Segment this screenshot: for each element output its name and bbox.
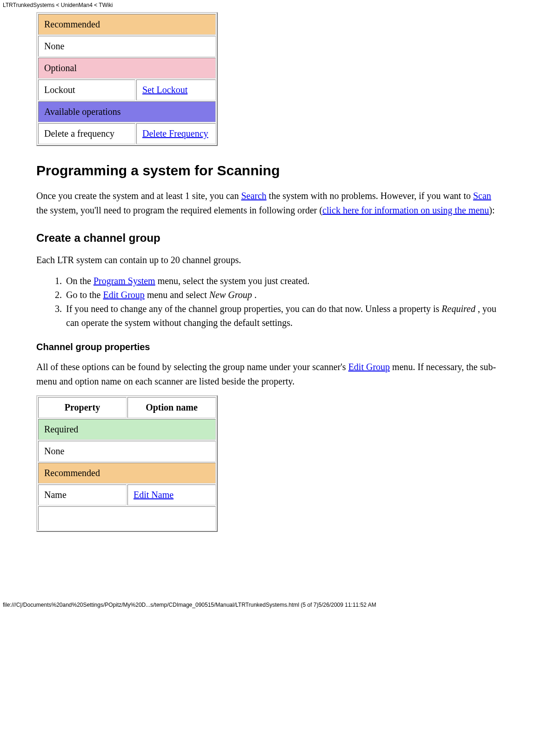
section-header-available: Available operations xyxy=(38,101,216,122)
search-link[interactable]: Search xyxy=(241,191,266,201)
properties-table-2: Property Option name Required None Recom… xyxy=(36,395,218,532)
set-lockout-link[interactable]: Set Lockout xyxy=(142,85,187,95)
paragraph-group-props: All of these options can be found by sel… xyxy=(36,360,505,389)
page-breadcrumb: LTRTrunkedSystems < UnidenMan4 < TWiki xyxy=(0,0,541,10)
paragraph-intro: Once you create the system and at least … xyxy=(36,189,505,218)
text: the system with no problems. However, if… xyxy=(267,191,473,201)
list-item: If you need to change any of the channel… xyxy=(64,302,505,330)
program-system-link[interactable]: Program System xyxy=(94,276,155,286)
page-footer-path: file:///C|/Documents%20and%20Settings/PO… xyxy=(0,560,541,611)
row-recommended-none: None xyxy=(38,36,216,57)
text: On the xyxy=(66,276,94,286)
row-required-none: None xyxy=(38,441,216,462)
row-optional-label: Lockout xyxy=(38,80,135,100)
text: the system, you'll need to program the r… xyxy=(36,205,322,215)
section-header-required: Required xyxy=(38,419,216,440)
edit-name-link[interactable]: Edit Name xyxy=(134,490,174,500)
col-header-option: Option name xyxy=(127,397,216,418)
row-recommended-link-cell: Edit Name xyxy=(127,484,216,505)
heading-programming: Programming a system for Scanning xyxy=(36,163,505,179)
delete-frequency-link[interactable]: Delete Frequency xyxy=(142,128,208,139)
menu-info-link[interactable]: click here for information on using the … xyxy=(322,205,489,215)
list-item: Go to the Edit Group menu and select New… xyxy=(64,288,505,302)
paragraph-group-intro: Each LTR system can contain up to 20 cha… xyxy=(36,253,505,267)
text: Go to the xyxy=(66,290,103,300)
text: ): xyxy=(489,205,494,215)
row-available-link-cell: Delete Frequency xyxy=(136,123,216,144)
text: If you need to change any of the channel… xyxy=(66,304,441,314)
heading-group-properties: Channel group properties xyxy=(36,342,505,352)
text: Once you create the system and at least … xyxy=(36,191,241,201)
row-available-label: Delete a frequency xyxy=(38,123,135,144)
edit-group-link-2[interactable]: Edit Group xyxy=(348,362,390,372)
steps-list: On the Program System menu, select the s… xyxy=(36,274,505,330)
col-header-property: Property xyxy=(38,397,127,418)
properties-table-1: Recommended None Optional Lockout Set Lo… xyxy=(36,12,218,146)
heading-create-group: Create a channel group xyxy=(36,232,505,245)
text: . xyxy=(252,290,257,300)
section-header-recommended-2: Recommended xyxy=(38,463,216,484)
scan-link[interactable]: Scan xyxy=(473,191,491,201)
emphasis: Required xyxy=(441,304,475,314)
emphasis: New Group xyxy=(209,290,252,300)
text: menu and select xyxy=(145,290,209,300)
row-recommended-label: Name xyxy=(38,484,127,505)
row-empty xyxy=(38,506,216,530)
text: All of these options can be found by sel… xyxy=(36,362,348,372)
list-item: On the Program System menu, select the s… xyxy=(64,274,505,288)
row-optional-link-cell: Set Lockout xyxy=(136,80,216,100)
text: menu, select the system you just created… xyxy=(155,276,310,286)
edit-group-link[interactable]: Edit Group xyxy=(103,290,144,300)
section-header-recommended: Recommended xyxy=(38,14,216,35)
section-header-optional: Optional xyxy=(38,58,216,79)
main-content: Recommended None Optional Lockout Set Lo… xyxy=(0,12,541,560)
